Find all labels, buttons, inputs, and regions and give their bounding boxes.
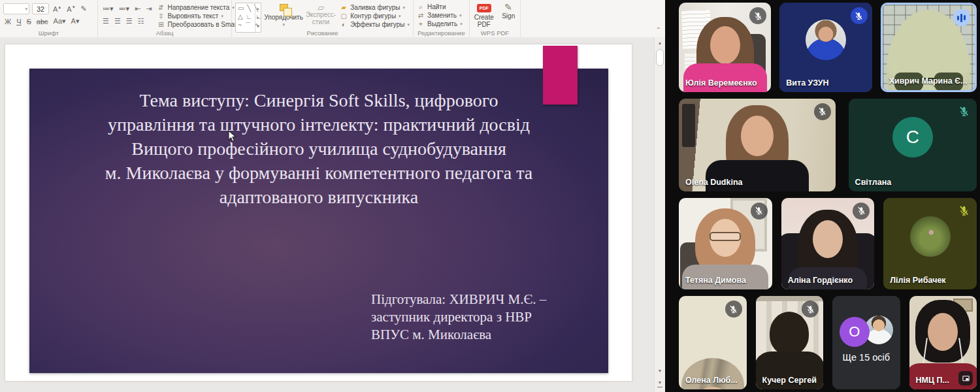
numbered-list-icon[interactable]: ≕▾ (118, 5, 131, 13)
shape-fill-button[interactable]: ▰ Заливка фигуры▾ (340, 3, 410, 12)
sign-button[interactable]: ✎ Sign (500, 3, 517, 28)
scroll-up-icon[interactable]: ▲ (655, 39, 665, 47)
participant-tile[interactable]: НМЦ П... (909, 296, 977, 389)
participant-tile-active-speaker[interactable]: Хиврич Марина Є... (881, 3, 977, 92)
find-icon: ⌕ (417, 3, 425, 11)
quick-styles-button[interactable]: ▱ Экспресс-стили (306, 3, 336, 28)
shape-effects-button[interactable]: ◐ Эффекты фигуры▾ (340, 20, 410, 29)
mic-off-icon (955, 103, 972, 120)
vertical-scrollbar[interactable]: ▲ ▼ ▼ (654, 37, 665, 392)
participant-tile[interactable]: Кучер Сергей (756, 296, 824, 389)
slide-author-block: Підготувала: ХИВРИЧ М.Є. – заступник дир… (371, 291, 546, 344)
participant-tile[interactable]: C Світлана (849, 99, 977, 191)
quick-styles-icon: ▱ (318, 4, 324, 11)
paragraph-group-label: Абзац (98, 29, 231, 37)
participant-name: Кучер Сергей (762, 376, 817, 385)
letter-avatar: O (840, 317, 870, 347)
shape-outline-button[interactable]: ▢ Контур фигуры▾ (340, 12, 410, 20)
change-case-button[interactable]: Aa▾ (52, 17, 67, 25)
mic-off-icon (851, 7, 868, 24)
speaking-indicator-icon (953, 9, 970, 26)
pdf-icon: PDF (477, 4, 491, 12)
arrange-button[interactable]: Упорядочить▾ (265, 3, 302, 28)
participant-name: Хиврич Марина Є... (889, 76, 968, 86)
ribbon: ▾ А▲ А▼ ✎ Ж Ч S abc Aa▾ А▾ Шрифт ≔▾ ≕▾ (0, 0, 666, 38)
participant-tile[interactable]: Тетяна Димова (679, 198, 772, 290)
participant-tile[interactable]: Аліна Гордієнко (781, 198, 875, 290)
font-group-label: Шрифт (0, 29, 97, 37)
participant-tile[interactable]: Olena Dudkina (679, 99, 836, 191)
scrollbar-thumb[interactable] (656, 49, 664, 66)
participant-tile[interactable]: Юлія Веремеєнко (679, 3, 771, 92)
picture-in-picture-icon[interactable] (958, 371, 973, 385)
bold-button[interactable]: Ж (3, 18, 12, 25)
shape-fill-icon: ▰ (340, 4, 348, 11)
participant-tile[interactable]: Вита УЗУН (779, 3, 872, 92)
sign-icon: ✎ (504, 4, 512, 11)
ribbon-group-editing: ⌕ Найти ⇄ Заменить▾ ⌖ Выделить▾ Редактир… (414, 0, 470, 37)
slide-accent-bar (543, 46, 578, 105)
subscript-button[interactable]: abc (35, 18, 50, 25)
shape-effects-icon: ◐ (340, 21, 348, 28)
font-name-combo[interactable]: ▾ (3, 3, 29, 14)
participant-name: Аліна Гордієнко (788, 276, 853, 285)
participant-tile[interactable]: Олена Люб... (679, 296, 747, 389)
font-color-button[interactable]: А▾ (70, 17, 81, 25)
ribbon-group-wpspdf: PDF Create PDF ✎ Sign WPS PDF (470, 0, 521, 37)
overflow-avatars: O (840, 317, 893, 347)
align-text-icon: ⇳ (157, 12, 165, 20)
next-slide-icon[interactable]: ▼ (655, 378, 665, 387)
overflow-participants-tile[interactable]: O Ще 15 осіб (832, 296, 900, 389)
shapes-gallery-scroll[interactable]: ▲▾▼ (255, 3, 261, 32)
shapes-gallery[interactable]: ▭ ╲ ╲ □ ○ ▢ △ ∟ ∟ ⇨ ⇩ ⌂ ~ ⌒ ∿ ( ) ☆ ▲▾▼ (235, 3, 261, 33)
participant-name: Лілія Рибачек (890, 276, 945, 285)
bullet-list-icon[interactable]: ≔▾ (101, 5, 115, 13)
indent-increase-icon[interactable]: ⇥ (144, 5, 153, 13)
underline-button[interactable]: Ч (15, 18, 22, 25)
slide-title: Тема виступу: Синергія Soft Skills, цифр… (51, 88, 587, 209)
indent-decrease-icon[interactable]: ⇤ (133, 5, 142, 13)
scroll-down-icon[interactable]: ▼ (655, 367, 665, 375)
find-button[interactable]: ⌕ Найти (417, 3, 466, 11)
create-pdf-button[interactable]: PDF Create PDF (473, 3, 495, 28)
grow-font-icon[interactable]: А▲ (52, 5, 63, 13)
ribbon-group-drawing: ▭ ╲ ╲ □ ○ ▢ △ ∟ ∟ ⇨ ⇩ ⌂ ~ ⌒ ∿ ( ) ☆ ▲▾▼ … (232, 0, 414, 37)
participant-name: Olena Dudkina (685, 178, 743, 187)
mic-off-icon (725, 301, 742, 318)
grid-row: Тетяна Димова Аліна Гордієнко Лілія Риба… (679, 198, 977, 290)
arrange-icon (280, 4, 288, 11)
editing-group-label: Редактирование (414, 29, 469, 37)
strikethrough-button[interactable]: S (25, 18, 33, 25)
participant-name: Світлана (855, 178, 892, 187)
pdf-group-label: WPS PDF (470, 29, 520, 37)
align-left-icon[interactable]: ☰ (101, 17, 110, 25)
presentation-app-window: ▾ А▲ А▼ ✎ Ж Ч S abc Aa▾ А▾ Шрифт ≔▾ ≕▾ (0, 0, 666, 392)
letter-avatar: C (892, 117, 933, 157)
shrink-font-icon[interactable]: А▼ (65, 5, 76, 13)
font-size-input[interactable] (32, 3, 49, 14)
mic-off-icon (751, 203, 768, 220)
select-icon: ⌖ (417, 20, 425, 28)
align-right-icon[interactable]: ☰ (125, 17, 134, 25)
justify-icon[interactable]: ☷ (137, 17, 146, 25)
slide-canvas[interactable]: Тема виступу: Синергія Soft Skills, цифр… (29, 69, 608, 373)
document-area: Тема виступу: Синергія Soft Skills, цифр… (0, 37, 666, 392)
replace-button[interactable]: ⇄ Заменить▾ (417, 11, 466, 20)
participant-name: НМЦ П... (916, 376, 949, 385)
participant-tile[interactable]: Лілія Рибачек (883, 198, 977, 290)
slide-page[interactable]: Тема виступу: Синергія Soft Skills, цифр… (5, 44, 632, 382)
grid-row: Olena Dudkina C Світлана (679, 99, 977, 191)
grid-row: Юлія Веремеєнко Вита УЗУН Хиврич Марина … (679, 3, 977, 92)
collapse-ribbon-icon[interactable]: ⌃ (656, 26, 661, 33)
avatar (806, 20, 846, 60)
align-center-icon[interactable]: ☰ (113, 17, 122, 25)
participant-name: Вита УЗУН (786, 78, 828, 88)
clear-format-icon[interactable]: ✎ (80, 5, 88, 13)
select-button[interactable]: ⌖ Выделить▾ (417, 20, 466, 28)
ribbon-group-paragraph: ≔▾ ≕▾ ⇤ ⇥ ☰ ☰ ☰ ☷ ⇵ Направление текста▾ (98, 0, 232, 37)
grid-row: Олена Люб... Кучер Сергей O Ще 15 осіб Н… (679, 296, 977, 389)
drawing-group-label: Рисование (232, 29, 413, 37)
ribbon-group-font: ▾ А▲ А▼ ✎ Ж Ч S abc Aa▾ А▾ Шрифт (0, 0, 98, 37)
participant-name: Олена Люб... (685, 376, 738, 385)
mouse-cursor (228, 130, 237, 143)
